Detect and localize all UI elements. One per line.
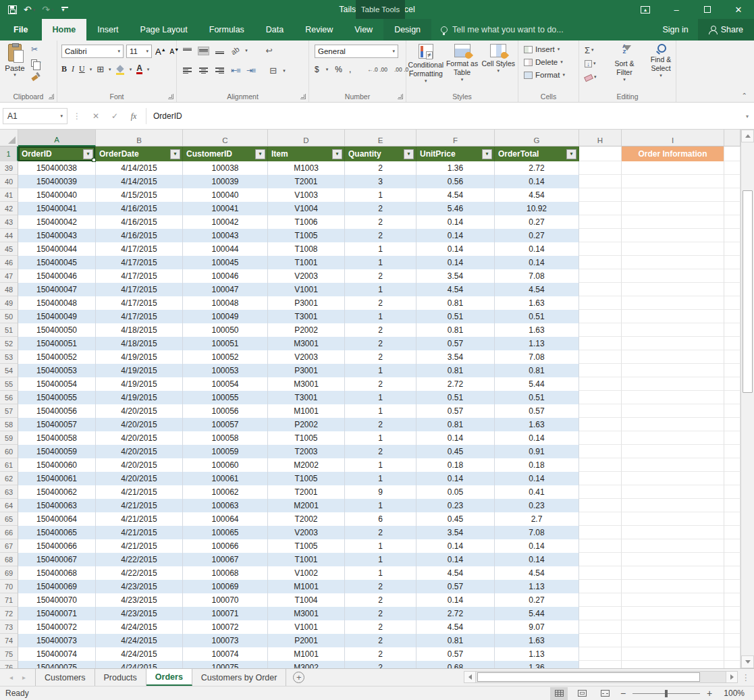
column-header-I[interactable]: I [622,130,724,146]
cell-F76[interactable]: 0.68 [416,661,495,668]
cell-E52[interactable]: 2 [345,337,416,350]
cell-I47[interactable] [622,269,724,283]
cell-C64[interactable]: 100063 [183,499,268,512]
cell-C63[interactable]: 100062 [183,485,268,499]
cell-J72-partial[interactable] [724,607,740,620]
cell-D55[interactable]: M3001 [268,377,345,391]
cell-C53[interactable]: 100052 [183,350,268,364]
cell-E66[interactable]: 2 [345,526,416,539]
column-header-A[interactable]: A [18,130,96,146]
cell-E76[interactable]: 2 [345,661,416,668]
cell-I49[interactable] [622,296,724,310]
cell-A76[interactable]: 150400075 [18,661,96,668]
header-cell-customerid[interactable]: CustomerID▾ [183,146,268,161]
cell-I68[interactable] [622,553,724,566]
wrap-text-button[interactable]: ↩ [266,46,273,55]
cell-A49[interactable]: 150400048 [18,296,96,310]
row-header-67[interactable]: 67 [0,539,18,553]
cell-I50[interactable] [622,310,724,323]
row-header-45[interactable]: 45 [0,242,18,256]
cell-A46[interactable]: 150400045 [18,256,96,269]
cell-I65[interactable] [622,512,724,526]
cell-E69[interactable]: 1 [345,566,416,580]
cell-J57-partial[interactable] [724,404,740,418]
sheet-tab-customers[interactable]: Customers [36,669,95,686]
confirm-entry-button[interactable]: ✓ [105,111,124,121]
cell-D69[interactable]: V1002 [268,566,345,580]
scroll-down-button[interactable] [741,655,754,668]
cell-F72[interactable]: 2.72 [416,607,495,620]
ribbon-display-options-button[interactable]: ▴ [630,0,661,19]
cell-H39[interactable] [579,161,622,175]
cell-I48[interactable] [622,283,724,296]
cell-C57[interactable]: 100056 [183,404,268,418]
cell-F75[interactable]: 0.57 [416,647,495,661]
cell-C43[interactable]: 100042 [183,215,268,229]
cell-A68[interactable]: 150400067 [18,553,96,566]
cell-B62[interactable]: 4/20/2015 [96,472,183,485]
cell-G40[interactable]: 0.14 [495,175,579,188]
row-header-49[interactable]: 49 [0,296,18,310]
cell-A39[interactable]: 150400038 [18,161,96,175]
cell-C47[interactable]: 100046 [183,269,268,283]
cell-H67[interactable] [579,539,622,553]
cell-H61[interactable] [579,458,622,472]
row-header-59[interactable]: 59 [0,431,18,445]
cell-G54[interactable]: 0.81 [495,364,579,377]
cell-F69[interactable]: 4.54 [416,566,495,580]
vertical-scrollbar-thumb[interactable] [743,190,753,393]
column-header-partial[interactable] [724,130,740,146]
cell-C60[interactable]: 100059 [183,445,268,458]
cell-G39[interactable]: 2.72 [495,161,579,175]
increase-decimal-button[interactable]: ←.0 .00 [367,67,387,73]
cell-E43[interactable]: 2 [345,215,416,229]
font-size-combo[interactable]: 11▾ [126,45,152,58]
cell-D76[interactable]: M3002 [268,661,345,668]
cell-F39[interactable]: 1.36 [416,161,495,175]
cell-B74[interactable]: 4/24/2015 [96,634,183,647]
cell-C73[interactable]: 100072 [183,620,268,634]
cell-B69[interactable]: 4/22/2015 [96,566,183,580]
cell-A40[interactable]: 150400039 [18,175,96,188]
cell-I43[interactable] [622,215,724,229]
format-painter-button[interactable] [31,72,41,81]
cell-A44[interactable]: 150400043 [18,229,96,242]
sign-in-button[interactable]: Sign in [653,19,697,41]
cell-G70[interactable]: 1.13 [495,580,579,593]
cell-H55[interactable] [579,377,622,391]
cell-D45[interactable]: T1008 [268,242,345,256]
cell-F50[interactable]: 0.51 [416,310,495,323]
cell-B47[interactable]: 4/17/2015 [96,269,183,283]
header-cell-unitprice[interactable]: UnitPrice▾ [416,146,495,161]
cell-F73[interactable]: 4.54 [416,620,495,634]
cell-H57[interactable] [579,404,622,418]
cell-H62[interactable] [579,472,622,485]
row-header-60[interactable]: 60 [0,445,18,458]
cell-G74[interactable]: 1.63 [495,634,579,647]
cell-D49[interactable]: P3001 [268,296,345,310]
cell-D65[interactable]: T2002 [268,512,345,526]
cell-J53-partial[interactable] [724,350,740,364]
cell-A67[interactable]: 150400066 [18,539,96,553]
cell-C75[interactable]: 100074 [183,647,268,661]
cell-J50-partial[interactable] [724,310,740,323]
cell-G52[interactable]: 1.13 [495,337,579,350]
cell-J49-partial[interactable] [724,296,740,310]
cell-E50[interactable]: 1 [345,310,416,323]
cell-A50[interactable]: 150400049 [18,310,96,323]
cell-G51[interactable]: 1.63 [495,323,579,337]
italic-button[interactable]: I [72,64,74,74]
row-header-43[interactable]: 43 [0,215,18,229]
cell-E73[interactable]: 2 [345,620,416,634]
cell-J58-partial[interactable] [724,418,740,431]
cell-F44[interactable]: 0.14 [416,229,495,242]
row-header-63[interactable]: 63 [0,485,18,499]
cell-J1-partial[interactable] [724,146,740,161]
expand-formula-bar-button[interactable]: ▾ [740,113,754,119]
cell-B67[interactable]: 4/21/2015 [96,539,183,553]
column-header-B[interactable]: B [96,130,183,146]
cell-C68[interactable]: 100067 [183,553,268,566]
column-header-H[interactable]: H [579,130,622,146]
cell-B71[interactable]: 4/23/2015 [96,593,183,607]
comma-style-button[interactable]: , [349,65,351,74]
